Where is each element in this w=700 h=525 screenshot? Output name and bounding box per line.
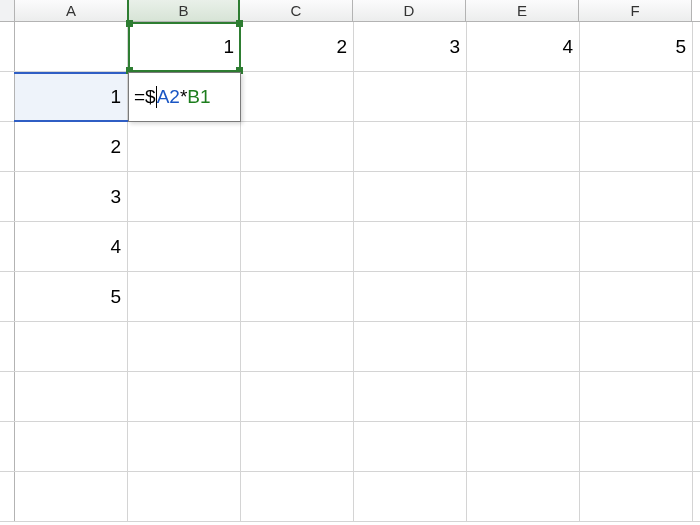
col-header-A[interactable]: A [15,0,128,21]
formula-equals: = [134,86,145,108]
cell-D10[interactable] [354,472,467,521]
cell-B7[interactable] [128,322,241,371]
col-header-F[interactable]: F [579,0,692,21]
cell-C1[interactable]: 2 [241,22,354,71]
cell-B6[interactable] [128,272,241,321]
row-gutter[interactable] [0,22,15,71]
cell-F8[interactable] [580,372,693,421]
row-gutter[interactable] [0,72,15,121]
cell-A9[interactable] [15,422,128,471]
cell-F10[interactable] [580,472,693,521]
row-gutter[interactable] [0,222,15,271]
cell-D7[interactable] [354,322,467,371]
cell-F5[interactable] [580,222,693,271]
cell-B1[interactable]: 1 [128,22,241,71]
row-4: 3 [0,172,700,222]
cell-B8[interactable] [128,372,241,421]
cell-A3[interactable]: 2 [15,122,128,171]
cell-A4[interactable]: 3 [15,172,128,221]
cell-B5[interactable] [128,222,241,271]
formula-ref-B1: B1 [187,86,210,108]
row-gutter[interactable] [0,172,15,221]
cell-E4[interactable] [467,172,580,221]
col-header-C[interactable]: C [240,0,353,21]
cell-C2[interactable] [241,72,354,121]
column-headers: A B C D E F [0,0,700,22]
cell-C6[interactable] [241,272,354,321]
cell-E5[interactable] [467,222,580,271]
cell-B9[interactable] [128,422,241,471]
formula-ref-A2: A2 [157,86,180,108]
cell-D6[interactable] [354,272,467,321]
cell-B10[interactable] [128,472,241,521]
cell-E6[interactable] [467,272,580,321]
cell-D1[interactable]: 3 [354,22,467,71]
row-gutter[interactable] [0,122,15,171]
formula-operator: * [180,86,187,108]
row-gutter[interactable] [0,422,15,471]
row-10 [0,472,700,522]
row-gutter[interactable] [0,372,15,421]
cell-D9[interactable] [354,422,467,471]
cell-A5[interactable]: 4 [15,222,128,271]
cell-F4[interactable] [580,172,693,221]
cell-A2[interactable]: 1 [15,72,128,121]
formula-dollar: $ [145,86,156,108]
row-6: 5 [0,272,700,322]
cell-D8[interactable] [354,372,467,421]
cell-E7[interactable] [467,322,580,371]
col-header-D[interactable]: D [353,0,466,21]
cell-C7[interactable] [241,322,354,371]
cell-C10[interactable] [241,472,354,521]
cell-A6[interactable]: 5 [15,272,128,321]
cell-B4[interactable] [128,172,241,221]
cell-C9[interactable] [241,422,354,471]
row-3: 2 [0,122,700,172]
cell-C4[interactable] [241,172,354,221]
row-gutter[interactable] [0,322,15,371]
row-gutter[interactable] [0,272,15,321]
cell-F2[interactable] [580,72,693,121]
row-7 [0,322,700,372]
cell-F7[interactable] [580,322,693,371]
row-1: 1 2 3 4 5 [0,22,700,72]
cell-E2[interactable] [467,72,580,121]
cell-A8[interactable] [15,372,128,421]
cell-editor[interactable]: =$A2*B1 [128,72,241,122]
cell-E10[interactable] [467,472,580,521]
cell-C3[interactable] [241,122,354,171]
row-8 [0,372,700,422]
cell-F1[interactable]: 5 [580,22,693,71]
cell-F6[interactable] [580,272,693,321]
cell-A10[interactable] [15,472,128,521]
spreadsheet-grid[interactable]: A B C D E F 1 2 3 4 5 1 2 3 [0,0,700,522]
select-all-corner[interactable] [0,0,15,21]
cell-B3[interactable] [128,122,241,171]
row-9 [0,422,700,472]
row-2: 1 [0,72,700,122]
cell-C8[interactable] [241,372,354,421]
cell-F9[interactable] [580,422,693,471]
cell-D5[interactable] [354,222,467,271]
cell-E1[interactable]: 4 [467,22,580,71]
cell-D3[interactable] [354,122,467,171]
col-header-B[interactable]: B [127,0,240,21]
cell-E9[interactable] [467,422,580,471]
cell-D4[interactable] [354,172,467,221]
cell-A7[interactable] [15,322,128,371]
cell-C5[interactable] [241,222,354,271]
cell-E3[interactable] [467,122,580,171]
row-5: 4 [0,222,700,272]
cell-A1[interactable] [15,22,128,71]
row-gutter[interactable] [0,472,15,521]
cell-D2[interactable] [354,72,467,121]
cell-F3[interactable] [580,122,693,171]
cell-E8[interactable] [467,372,580,421]
col-header-E[interactable]: E [466,0,579,21]
